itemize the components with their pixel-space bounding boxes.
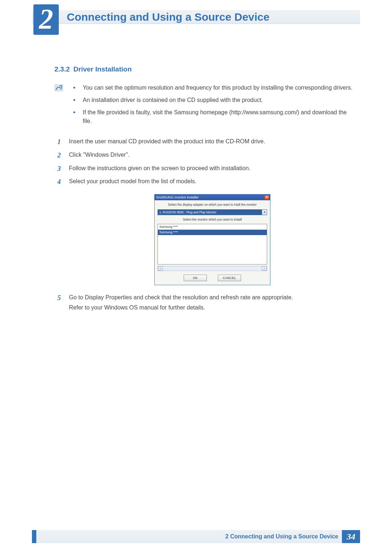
footer-bar: 2 Connecting and Using a Source Device 3… (32, 530, 360, 543)
chapter-title: Connecting and Using a Source Device (67, 11, 269, 23)
step-text: Follow the instructions given on the scr… (69, 165, 250, 171)
horizontal-scrollbar[interactable]: ‹ › (158, 266, 267, 271)
scroll-right-icon[interactable]: › (262, 266, 267, 271)
adapter-dropdown[interactable]: 1. RADEON 9550 : Plug and Play Monitor ▾ (158, 209, 267, 215)
section-number: 2.3.2 (54, 65, 70, 73)
close-icon[interactable]: × (264, 195, 269, 200)
dialog-title: SAMSUNG monitor installer (156, 195, 199, 200)
list-item[interactable]: Samsung **** (158, 224, 267, 230)
note-item: An installation driver is contained on t… (68, 96, 356, 104)
note-block: You can set the optimum resolution and f… (54, 83, 356, 129)
cancel-button[interactable]: CANCEL (218, 275, 241, 281)
step-number: 1 (57, 136, 61, 147)
step-text: Insert the user manual CD provided with … (69, 138, 265, 144)
step-text: Click "Windows Driver". (69, 152, 130, 158)
dialog-instruction-2: Select the monitor which you want to ins… (158, 217, 267, 222)
dialog-titlebar: SAMSUNG monitor installer × (155, 194, 270, 200)
note-icon (54, 84, 63, 91)
note-item: If the file provided is faulty, visit th… (68, 108, 356, 126)
step-number: 5 (57, 292, 61, 303)
footer-text: 2 Connecting and Using a Source Device (225, 533, 338, 540)
installer-dialog: SAMSUNG monitor installer × Select the d… (154, 194, 270, 285)
step-text: Select your product model from the list … (69, 178, 196, 184)
step-text: Go to Display Properties and check that … (69, 294, 293, 300)
step-item: 1 Insert the user manual CD provided wit… (54, 137, 356, 146)
step-extra-text: Refer to your Windows OS manual for furt… (69, 303, 356, 312)
section-title: Driver Installation (73, 65, 132, 73)
step-item: 2 Click "Windows Driver". (54, 151, 356, 160)
steps-list: 1 Insert the user manual CD provided wit… (54, 137, 356, 312)
page-number: 34 (342, 530, 360, 543)
chevron-down-icon[interactable]: ▾ (262, 210, 267, 215)
ok-button[interactable]: OK (184, 275, 207, 281)
list-item[interactable]: Samsung **** (158, 230, 267, 235)
step-item: 5 Go to Display Properties and check tha… (54, 293, 356, 313)
chapter-number: 2 (39, 5, 53, 33)
note-item: You can set the optimum resolution and f… (68, 83, 356, 92)
dialog-instruction-1: Select the display adapter on which you … (158, 202, 267, 207)
step-number: 4 (57, 176, 61, 187)
monitor-listbox[interactable]: Samsung **** Samsung **** (158, 224, 267, 264)
chapter-badge: 2 (33, 4, 59, 35)
step-item: 4 Select your product model from the lis… (54, 177, 356, 285)
step-number: 2 (57, 150, 61, 160)
step-item: 3 Follow the instructions given on the s… (54, 164, 356, 173)
adapter-selected-text: 1. RADEON 9550 : Plug and Play Monitor (159, 210, 216, 214)
installer-dialog-figure: SAMSUNG monitor installer × Select the d… (154, 194, 270, 285)
scroll-left-icon[interactable]: ‹ (158, 266, 163, 271)
footer-accent (32, 530, 36, 543)
section-heading: 2.3.2Driver Installation (54, 65, 356, 73)
note-list: You can set the optimum resolution and f… (68, 83, 356, 129)
step-number: 3 (57, 163, 61, 174)
